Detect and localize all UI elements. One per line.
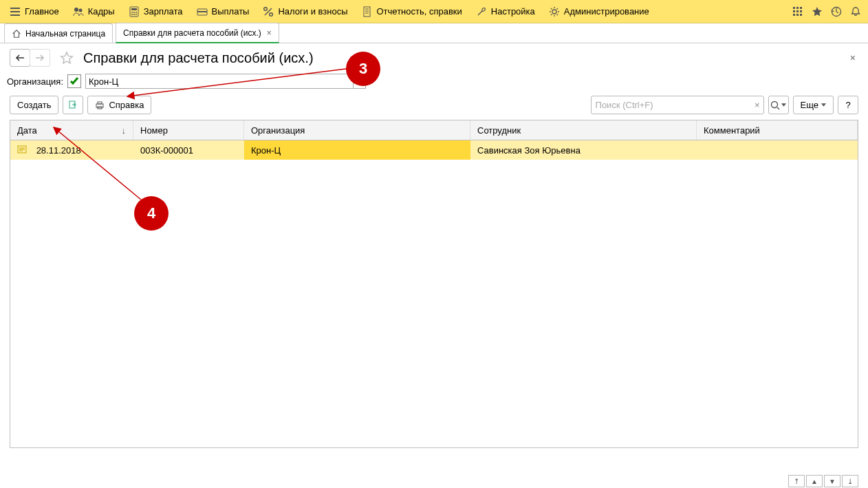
col-date[interactable]: Дата ↓ (10, 120, 133, 140)
table-header-row: Дата ↓ Номер Организация Сотрудник Комме… (10, 120, 858, 140)
menu-label: Настройка (491, 6, 535, 17)
nav-last-icon[interactable]: ⤓ (842, 475, 858, 487)
svg-rect-20 (796, 10, 799, 12)
svg-rect-18 (800, 7, 802, 9)
chevron-down-icon (821, 103, 826, 107)
menu-label: Отчетность, справки (377, 6, 462, 17)
cell-org: Крон-Ц (244, 140, 470, 160)
menu-main[interactable]: Главное (3, 0, 66, 23)
cell-date-value: 28.11.2018 (36, 145, 81, 156)
menu-admin[interactable]: Администрирование (542, 0, 656, 23)
annotation-3-badge: 3 (346, 52, 380, 86)
nav-forward-button[interactable] (30, 49, 50, 67)
nav-back-button[interactable] (10, 49, 30, 67)
col-org[interactable]: Организация (244, 120, 470, 140)
table-row[interactable]: 28.11.2018 003К-000001 Крон-Ц Савинская … (10, 140, 858, 160)
menu-salary[interactable]: Зарплата (122, 0, 190, 23)
svg-rect-19 (793, 10, 795, 12)
search-clear-icon[interactable]: × (751, 100, 763, 110)
annotation-4-badge: 4 (134, 196, 169, 231)
menu-label: Зарплата (144, 6, 183, 17)
data-table-wrap: Дата ↓ Номер Организация Сотрудник Комме… (10, 120, 858, 448)
col-comment[interactable]: Комментарий (697, 120, 858, 140)
notifications-bell-icon[interactable] (846, 2, 865, 21)
filter-org-label: Организация: (7, 76, 63, 87)
svg-point-7 (131, 14, 133, 15)
create-button-label: Создать (17, 100, 51, 110)
wallet-icon (197, 6, 208, 17)
svg-point-5 (133, 12, 135, 13)
search-box[interactable]: × (591, 96, 764, 114)
svg-point-4 (131, 12, 133, 13)
svg-point-9 (135, 14, 137, 15)
nav-first-icon[interactable]: ⤒ (788, 475, 805, 487)
svg-point-0 (74, 8, 78, 12)
search-go-button[interactable] (768, 96, 789, 114)
apps-grid-icon[interactable] (788, 2, 807, 21)
favorite-star-outline-icon[interactable] (60, 51, 74, 65)
annotation-4-label: 4 (147, 204, 155, 222)
tab-strip: Начальная страница Справки для расчета п… (0, 23, 868, 43)
svg-point-13 (270, 12, 273, 16)
menu-label: Выплаты (212, 6, 250, 17)
menu-payments[interactable]: Выплаты (190, 0, 257, 23)
printer-icon (95, 100, 105, 110)
main-menu-bar: Главное Кадры Зарплата Выплаты Налоги и … (0, 0, 868, 23)
cell-employee: Савинская Зоя Юрьевна (470, 140, 697, 160)
filter-org-input[interactable]: Крон-Ц (85, 74, 354, 89)
page-header: Справки для расчета пособий (исх.) × (0, 43, 868, 70)
more-button-label: Еще (801, 100, 818, 110)
menu-label: Кадры (88, 6, 115, 17)
wrench-icon (476, 6, 487, 17)
print-button-label: Справка (109, 100, 144, 110)
command-bar: Создать Справка × Еще ? (0, 94, 868, 120)
svg-point-6 (135, 12, 137, 13)
more-button[interactable]: Еще (793, 96, 834, 114)
cell-number: 003К-000001 (133, 140, 244, 160)
svg-rect-16 (793, 7, 795, 9)
help-button-label: ? (845, 100, 850, 110)
document-icon (17, 145, 27, 153)
menu-taxes[interactable]: Налоги и взносы (256, 0, 354, 23)
create-copy-button[interactable] (63, 96, 83, 114)
print-button[interactable]: Справка (87, 96, 151, 114)
svg-rect-23 (796, 14, 799, 16)
menu-reports[interactable]: Отчетность, справки (355, 0, 469, 23)
magnifier-icon (770, 100, 780, 110)
tab-home[interactable]: Начальная страница (4, 23, 113, 43)
calculator-icon (129, 6, 140, 17)
favorites-star-icon[interactable] (807, 2, 827, 21)
svg-point-30 (772, 101, 778, 107)
col-employee[interactable]: Сотрудник (470, 120, 697, 140)
tab-current-label: Справки для расчета пособий (исх.) (123, 28, 261, 38)
nav-up-icon[interactable]: ▲ (806, 475, 823, 487)
tab-close-icon[interactable]: × (267, 28, 272, 38)
menu-hr[interactable]: Кадры (66, 0, 122, 23)
cell-comment (697, 140, 858, 160)
help-button[interactable]: ? (838, 96, 858, 114)
tab-current[interactable]: Справки для расчета пособий (исх.) × (116, 23, 279, 43)
close-page-icon[interactable]: × (850, 52, 856, 63)
menu-settings[interactable]: Настройка (469, 0, 542, 23)
history-icon[interactable] (827, 2, 846, 21)
svg-rect-22 (793, 14, 795, 16)
menu-label: Налоги и взносы (278, 6, 347, 17)
copy-doc-icon (68, 100, 78, 110)
people-icon (73, 6, 84, 17)
svg-point-1 (78, 8, 82, 12)
sort-descending-icon: ↓ (122, 125, 127, 136)
cell-date: 28.11.2018 (10, 140, 133, 160)
chevron-down-icon (781, 103, 786, 107)
percent-icon (263, 6, 274, 17)
home-icon (12, 29, 21, 39)
svg-point-8 (133, 14, 135, 15)
search-input[interactable] (592, 100, 751, 110)
nav-down-icon[interactable]: ▼ (824, 475, 840, 487)
svg-rect-3 (131, 8, 137, 10)
svg-rect-21 (800, 10, 802, 12)
svg-point-12 (264, 7, 268, 10)
filter-org-checkbox[interactable] (67, 74, 81, 88)
create-button[interactable]: Создать (10, 96, 58, 114)
col-number[interactable]: Номер (133, 120, 244, 140)
menu-label: Администрирование (564, 6, 649, 17)
